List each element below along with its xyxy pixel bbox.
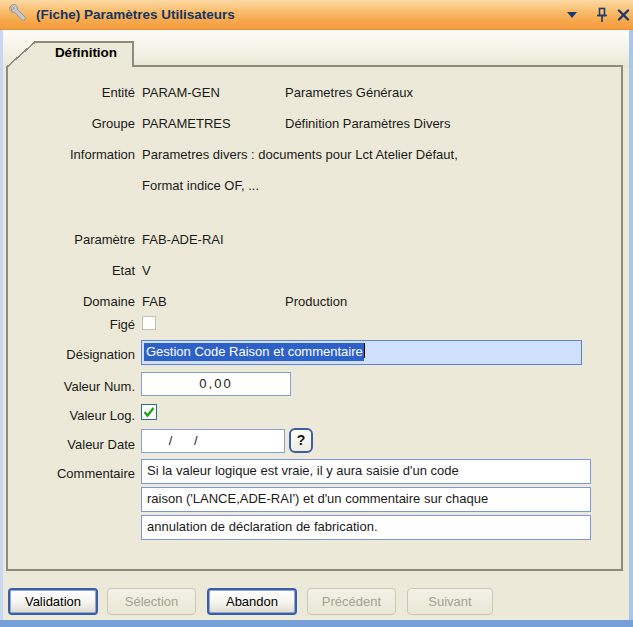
valeur-date-label: Valeur Date xyxy=(6,437,135,452)
date-help-button[interactable]: ? xyxy=(289,428,313,453)
valeur-log-checkbox[interactable] xyxy=(141,404,157,420)
groupe-label: Groupe xyxy=(6,116,135,131)
designation-label: Désignation xyxy=(6,347,135,362)
pin-icon[interactable] xyxy=(592,6,612,24)
window-border-right xyxy=(629,30,633,627)
commentaire-input-line3[interactable]: annulation de déclaration de fabrication… xyxy=(141,515,591,540)
commentaire-input-line1[interactable]: Si la valeur logique est vraie, il y aur… xyxy=(141,459,591,484)
valeur-date-input[interactable]: / / xyxy=(141,429,285,453)
etat-label: Etat xyxy=(6,263,135,278)
valeur-num-label: Valeur Num. xyxy=(6,379,135,394)
entite-desc: Parametres Généraux xyxy=(285,85,413,100)
precedent-button[interactable]: Précédent xyxy=(307,588,396,615)
designation-selected-text: Gestion Code Raison et commentaire xyxy=(144,343,364,361)
selection-button[interactable]: Sélection xyxy=(107,588,196,615)
etat-value: V xyxy=(142,263,151,278)
valeur-num-input[interactable]: 0,00 xyxy=(141,372,291,396)
abandon-button[interactable]: Abandon xyxy=(207,588,297,615)
wrench-icon xyxy=(6,3,30,27)
parameters-user-window: (Fiche) Paramètres Utilisateurs xyxy=(0,0,633,627)
information-line1: Parametres divers : documents pour Lct A… xyxy=(142,147,458,162)
designation-input[interactable]: Gestion Code Raison et commentaire xyxy=(141,340,582,365)
information-line2: Format indice OF, ... xyxy=(142,178,259,193)
fige-checkbox[interactable] xyxy=(142,316,156,330)
information-label: Information xyxy=(6,147,135,162)
validation-button[interactable]: Validation xyxy=(8,588,98,615)
parametre-value: FAB-ADE-RAI xyxy=(142,232,224,247)
entite-value: PARAM-GEN xyxy=(142,85,220,100)
groupe-desc: Définition Paramètres Divers xyxy=(285,116,450,131)
groupe-value: PARAMETRES xyxy=(142,116,231,131)
domaine-label: Domaine xyxy=(6,294,135,309)
suivant-button[interactable]: Suivant xyxy=(407,588,493,615)
commentaire-label: Commentaire xyxy=(6,466,135,481)
commentaire-input-line2[interactable]: raison ('LANCE,ADE-RAI') et d'un comment… xyxy=(141,487,591,512)
window-border-bottom xyxy=(0,620,633,627)
fige-label: Figé xyxy=(6,317,135,332)
text-caret xyxy=(364,343,365,358)
window-title: (Fiche) Paramètres Utilisateurs xyxy=(36,7,235,22)
close-icon[interactable] xyxy=(613,6,633,24)
tab-definition[interactable]: Définition xyxy=(40,45,132,60)
entite-label: Entité xyxy=(6,85,135,100)
title-bar[interactable]: (Fiche) Paramètres Utilisateurs xyxy=(0,0,633,30)
parametre-label: Paramètre xyxy=(6,232,135,247)
check-icon xyxy=(143,406,155,418)
domaine-value: FAB xyxy=(142,294,167,309)
domaine-desc: Production xyxy=(285,294,347,309)
chevron-down-icon[interactable] xyxy=(562,6,582,24)
valeur-log-label: Valeur Log. xyxy=(6,408,135,423)
window-border-left xyxy=(0,30,3,627)
